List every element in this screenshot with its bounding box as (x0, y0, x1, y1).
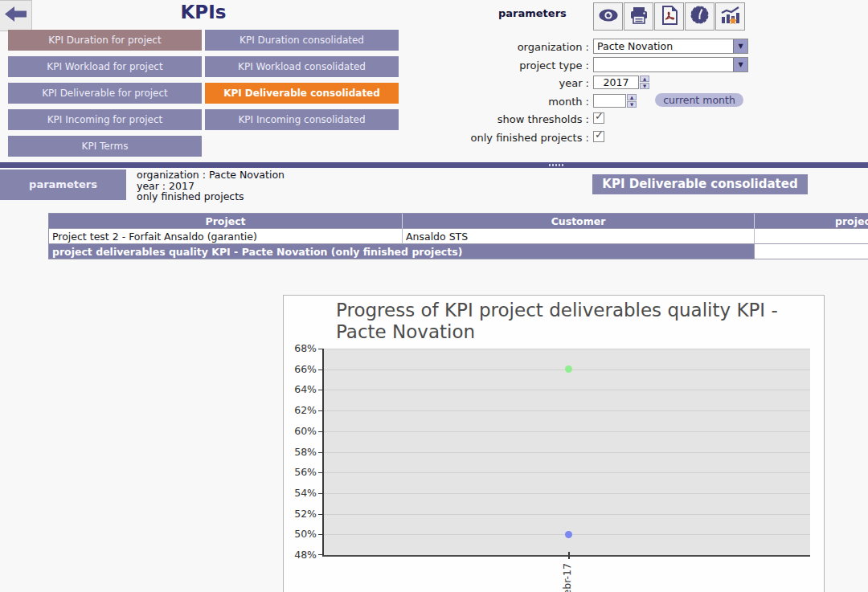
pdf-icon (661, 6, 678, 28)
pdf-export-button[interactable] (654, 2, 684, 31)
y-axis-tick (318, 554, 324, 555)
gridline (324, 410, 810, 411)
x-axis-tick-label: Febr-17 (561, 561, 573, 592)
extra-cell (755, 244, 868, 259)
only-finished-projects-checkbox[interactable]: ✓ (593, 131, 604, 142)
project-type-label: project type : (519, 59, 589, 71)
y-axis-tick-label: 66% (284, 363, 317, 376)
table-header-row: Project Customer project (49, 214, 868, 229)
eye-icon (598, 6, 619, 27)
y-axis-tick-label: 48% (284, 549, 317, 561)
y-axis-tick-label: 56% (284, 466, 317, 479)
column-header-project-extra: project (755, 214, 868, 229)
kpi-progress-chart: Progress of KPI project deliverables qua… (283, 295, 825, 592)
y-axis-tick (318, 472, 324, 473)
printer-icon (629, 6, 649, 28)
column-header-customer: Customer (403, 214, 755, 229)
year-stepper[interactable]: ▲ ▼ (640, 76, 649, 89)
y-axis-tick (318, 410, 324, 411)
customer-cell: Ansaldo STS (403, 229, 755, 244)
spinner-up-icon[interactable]: ▲ (627, 94, 637, 100)
kpi-band-label: project deliverables quality KPI - Pacte… (49, 244, 755, 259)
gridline (324, 431, 810, 432)
chevron-down-icon[interactable]: ▼ (733, 58, 747, 71)
y-axis-tick (318, 390, 324, 390)
y-axis-tick-label: 58% (284, 446, 317, 459)
splitter-grip-icon[interactable] (549, 164, 564, 166)
selected-parameters-summary: organization : Pacte Novation year : 201… (137, 169, 285, 202)
month-stepper[interactable]: ▲ ▼ (627, 94, 637, 108)
summary-line: year : 2017 (137, 181, 285, 192)
organization-label: organization : (518, 41, 589, 53)
current-month-button[interactable]: current month (655, 93, 743, 107)
view-button[interactable] (593, 2, 623, 31)
kpi-terms-button[interactable]: KPI Terms (8, 136, 202, 157)
month-field[interactable] (593, 94, 626, 108)
kpi-duration-consolidated-button[interactable]: KPI Duration consolidated (205, 30, 399, 51)
splitter-bar[interactable] (0, 162, 868, 168)
gridline (324, 390, 810, 390)
project-type-select[interactable]: ▼ (593, 57, 748, 72)
kpi-workload-consolidated-button[interactable]: KPI Workload consolidated (205, 56, 399, 77)
column-header-project: Project (49, 214, 403, 229)
chart-icon (720, 6, 740, 28)
organization-select[interactable]: Pacte Novation ▼ (593, 39, 748, 54)
y-axis-tick (318, 514, 324, 515)
kpi-duration-for-project-button[interactable]: KPI Duration for project (8, 30, 202, 51)
y-axis-tick-label: 52% (284, 508, 317, 521)
projects-table: Project Customer project Project test 2 … (48, 213, 868, 259)
kpi-band-row: project deliverables quality KPI - Pacte… (49, 244, 868, 259)
summary-line: organization : Pacte Novation (137, 169, 285, 181)
kpi-incoming-consolidated-button[interactable]: KPI Incoming consolidated (205, 109, 399, 130)
kpi-dashboard-page: KPIs KPI Duration for project KPI Durati… (0, 0, 868, 592)
extra-cell (755, 229, 868, 244)
check-icon: ✓ (595, 110, 604, 122)
print-button[interactable] (624, 2, 653, 31)
table-row: Project test 2 - Forfait Ansaldo (garant… (49, 229, 868, 244)
y-axis-tick-label: 50% (284, 528, 317, 541)
clock-icon (690, 5, 710, 28)
y-axis-tick (318, 369, 324, 370)
spinner-up-icon[interactable]: ▲ (640, 76, 649, 82)
x-axis-tick (568, 552, 570, 559)
y-axis-tick (318, 452, 324, 453)
year-label: year : (559, 77, 589, 89)
plot-area (322, 349, 810, 557)
chart-report-button[interactable] (715, 2, 745, 31)
check-icon: ✓ (595, 129, 604, 141)
year-field[interactable] (593, 76, 639, 89)
page-title: KPIs (8, 2, 399, 22)
gridline (324, 349, 810, 349)
parameters-toggle-button[interactable]: parameters (0, 169, 126, 200)
y-axis-tick-label: 60% (284, 425, 317, 438)
summary-line: only finished projects (137, 191, 285, 202)
chevron-down-icon[interactable]: ▼ (733, 39, 747, 53)
gridline (324, 493, 810, 494)
y-axis-tick (318, 534, 324, 535)
gridline (324, 472, 810, 473)
y-axis-tick-label: 64% (284, 383, 317, 396)
y-axis-tick-label: 68% (284, 342, 317, 355)
y-axis-tick-label: 62% (284, 404, 317, 417)
section-title: KPI Deliverable consolidated (592, 174, 808, 194)
data-point-green-66pct (565, 365, 572, 373)
kpi-deliverable-consolidated-button[interactable]: KPI Deliverable consolidated (205, 83, 399, 104)
y-axis-tick (318, 493, 324, 494)
show-thresholds-checkbox[interactable]: ✓ (593, 112, 604, 124)
project-cell: Project test 2 - Forfait Ansaldo (garant… (49, 229, 403, 244)
parameters-label: parameters (498, 7, 567, 19)
kpi-workload-for-project-button[interactable]: KPI Workload for project (8, 56, 202, 77)
chart-title: Progress of KPI project deliverables qua… (336, 300, 778, 343)
y-axis-tick (318, 431, 324, 432)
gridline (324, 452, 810, 453)
only-finished-projects-label: only finished projects : (471, 132, 589, 144)
spinner-down-icon[interactable]: ▼ (627, 101, 637, 108)
spinner-down-icon[interactable]: ▼ (640, 83, 649, 89)
organization-value: Pacte Novation (597, 40, 673, 52)
kpi-incoming-for-project-button[interactable]: KPI Incoming for project (8, 109, 202, 130)
kpi-deliverable-for-project-button[interactable]: KPI Deliverable for project (8, 83, 202, 104)
gridline (324, 514, 810, 515)
history-button[interactable] (685, 2, 714, 31)
data-point-blue-50pct (565, 531, 572, 538)
y-axis-tick-label: 54% (284, 487, 317, 500)
